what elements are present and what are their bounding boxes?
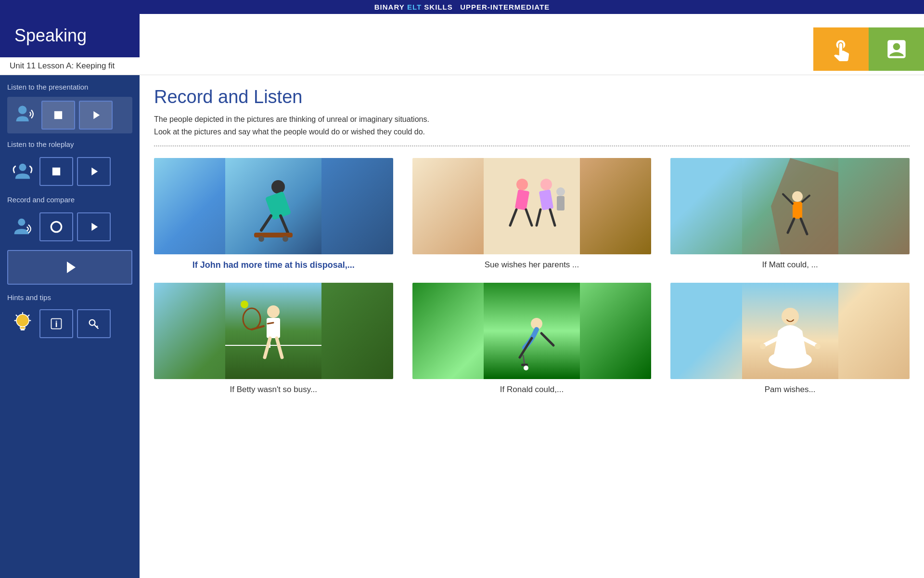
roleplay-icon — [9, 158, 36, 185]
svg-text:i: i — [55, 319, 57, 329]
section-label-roleplay: Listen to the roleplay — [7, 140, 132, 148]
content-area: Record and Listen The people depicted in… — [140, 75, 924, 578]
big-play-button[interactable] — [7, 250, 132, 285]
svg-rect-31 — [484, 158, 580, 254]
svg-point-6 — [18, 219, 25, 226]
section-label-hints: Hints and tips — [7, 293, 132, 302]
svg-point-32 — [516, 179, 528, 190]
section-label-presentation: Listen to the presentation — [7, 83, 132, 91]
svg-point-20 — [90, 320, 95, 326]
svg-point-7 — [51, 222, 61, 232]
presentation-play-button[interactable] — [79, 101, 113, 130]
image-item-climb: If Matt could, ... — [670, 158, 910, 271]
svg-rect-12 — [20, 329, 25, 330]
image-item-golf: If Ronald could,... — [412, 283, 652, 395]
presentation-controls — [7, 97, 132, 133]
layout-mode-button[interactable] — [869, 27, 924, 71]
top-bar: BINARY ELT SKILLS UPPER-INTERMEDIATE — [0, 0, 924, 14]
svg-rect-1 — [54, 111, 62, 119]
svg-rect-66 — [521, 364, 528, 366]
image-climb — [670, 158, 910, 254]
record-icon — [9, 214, 36, 240]
svg-point-53 — [267, 305, 280, 318]
svg-line-14 — [27, 315, 29, 316]
roleplay-stop-button[interactable] — [39, 157, 73, 186]
image-dance — [412, 158, 652, 254]
svg-line-15 — [15, 315, 17, 316]
record-controls — [7, 210, 132, 244]
svg-line-22 — [97, 326, 98, 327]
sidebar: Listen to the presentation — [0, 75, 140, 578]
svg-point-40 — [556, 187, 565, 196]
svg-marker-5 — [91, 168, 98, 175]
presentation-icon — [11, 102, 38, 129]
sidebar-title: Speaking — [0, 14, 140, 57]
section-label-record: Record and compare — [7, 196, 132, 204]
image-item-yoga: Pam wishes... — [670, 283, 910, 395]
image-yoga — [670, 283, 910, 379]
svg-point-70 — [769, 351, 812, 368]
image-item-skater: If John had more time at his disposal,..… — [154, 158, 393, 271]
content-description: The people depicted in the pictures are … — [154, 113, 910, 146]
image-item-dance: Sue wishes her parents ... — [412, 158, 652, 271]
roleplay-play-button[interactable] — [77, 157, 111, 186]
svg-rect-45 — [793, 202, 802, 219]
touch-mode-button[interactable] — [813, 27, 869, 71]
svg-line-57 — [268, 323, 273, 324]
svg-rect-54 — [267, 318, 280, 338]
svg-point-74 — [815, 343, 821, 349]
hints-key-button[interactable] — [77, 309, 111, 338]
svg-point-73 — [760, 343, 766, 349]
caption-dance: Sue wishes her parents ... — [485, 259, 579, 271]
svg-rect-11 — [20, 327, 25, 329]
svg-point-29 — [258, 236, 264, 242]
image-golf — [412, 283, 652, 379]
hints-info-button[interactable]: i — [39, 309, 73, 338]
svg-point-67 — [524, 366, 528, 370]
record-play-button[interactable] — [77, 212, 111, 241]
hints-controls: i — [7, 307, 132, 340]
content-desc-line1: The people depicted in the pictures are … — [154, 115, 429, 123]
hints-bulb-icon — [9, 311, 36, 337]
caption-tennis: If Betty wasn't so busy... — [230, 384, 318, 395]
breadcrumb: Unit 11 Lesson A: Keeping fit — [0, 57, 924, 75]
brand-binary: BINARY — [374, 3, 405, 11]
roleplay-controls — [7, 154, 132, 189]
caption-climb: If Matt could, ... — [762, 259, 818, 271]
caption-yoga: Pam wishes... — [765, 384, 816, 395]
record-circle-button[interactable] — [39, 212, 73, 241]
svg-rect-61 — [484, 283, 580, 379]
svg-rect-41 — [557, 196, 565, 210]
brand-skills: SKILLS — [424, 3, 452, 11]
svg-point-58 — [241, 301, 248, 308]
svg-point-36 — [540, 179, 552, 190]
svg-marker-2 — [93, 111, 100, 119]
svg-marker-8 — [91, 223, 98, 231]
presentation-stop-button[interactable] — [41, 101, 75, 130]
svg-point-0 — [18, 106, 26, 114]
svg-point-44 — [792, 191, 803, 202]
svg-rect-4 — [52, 168, 60, 175]
image-skater — [154, 158, 393, 254]
brand-level: UPPER-INTERMEDIATE — [460, 3, 550, 11]
svg-point-24 — [271, 180, 285, 194]
content-title: Record and Listen — [154, 87, 910, 107]
svg-point-69 — [782, 308, 799, 325]
caption-skater: If John had more time at his disposal,..… — [192, 259, 355, 271]
header-buttons — [813, 27, 924, 71]
svg-point-3 — [19, 164, 26, 171]
caption-golf: If Ronald could,... — [500, 384, 564, 395]
image-grid: If John had more time at his disposal,..… — [154, 158, 910, 395]
image-tennis — [154, 283, 393, 379]
svg-marker-9 — [67, 262, 76, 273]
svg-point-10 — [16, 315, 29, 327]
svg-point-30 — [282, 236, 288, 242]
brand-elt: ELT — [407, 3, 422, 11]
content-desc-line2: Look at the pictures and say what the pe… — [154, 128, 425, 136]
image-item-tennis: If Betty wasn't so busy... — [154, 283, 393, 395]
